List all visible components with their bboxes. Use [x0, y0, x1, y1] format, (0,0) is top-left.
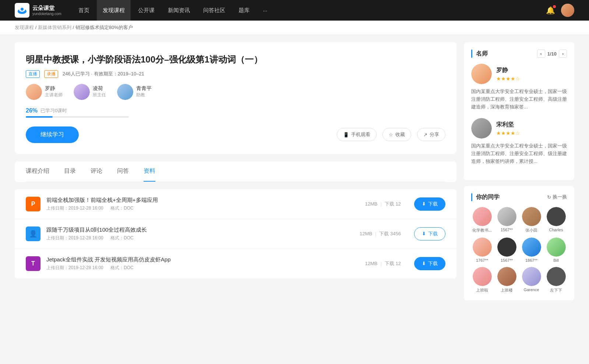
- classmate-11[interactable]: 左下下: [545, 267, 567, 293]
- inst-avatar-3: [117, 84, 133, 100]
- page-indicator: 1/10: [547, 51, 557, 57]
- download-icon-2: ⬇: [422, 231, 426, 236]
- inst-avatar-2: [74, 84, 90, 100]
- classmate-name-5: 1567**: [501, 258, 513, 263]
- tab-qa[interactable]: 问答: [117, 161, 129, 182]
- classmate-0[interactable]: 化学教书...: [471, 207, 493, 233]
- classmate-avatar-9: [497, 267, 516, 286]
- logo-icon: [15, 3, 29, 18]
- classmate-name-3: Charles: [549, 228, 563, 232]
- resource-list: P 前端全栈加强版！前端全栈+全周期+多端应用 上传日期：2019-12-28 …: [15, 189, 456, 278]
- classmate-avatar-1: [497, 207, 516, 226]
- classmate-avatar-0: [473, 207, 492, 226]
- favorite-button[interactable]: ☆ 收藏: [382, 128, 411, 141]
- classmate-8[interactable]: 上班啦: [471, 267, 493, 293]
- res-stats-1: 12MB | 下载 12: [365, 201, 401, 207]
- teachers-section-title: 名师 ‹ 1/10 ›: [471, 50, 567, 58]
- course-header-card: 明星中教授课，小学阶段语法100分–强化级第1讲动词（一） 直播 录播 246人…: [15, 42, 456, 154]
- teacher-avatar-1: [471, 64, 492, 84]
- download-btn-2[interactable]: ⬇ 下载: [414, 227, 445, 240]
- res-name-2: 跟随千万级项目从0到100全过程高效成长: [46, 226, 354, 233]
- classmate-avatar-3: [547, 207, 566, 226]
- inst-name-3: 青青平: [136, 85, 152, 92]
- instructor-1: 罗静 主讲老师: [26, 84, 63, 100]
- res-meta-3: 上传日期：2019-12-28 16:00 格式：DOC: [46, 265, 359, 271]
- res-stats-2: 12MB | 下载 3456: [360, 231, 401, 237]
- breadcrumb-current: 销冠修炼术搞定80%的客户: [75, 25, 133, 30]
- classmate-4[interactable]: 1767**: [471, 238, 493, 263]
- classmate-avatar-5: [497, 238, 516, 257]
- classmate-5[interactable]: 1567**: [496, 238, 518, 263]
- classmate-name-8: 上班啦: [476, 288, 488, 293]
- classmate-2[interactable]: 张小田: [521, 207, 542, 233]
- res-info-1: 前端全栈加强版！前端全栈+全周期+多端应用 上传日期：2019-12-28 16…: [46, 197, 359, 211]
- classmates-section-title: 你的同学 ↻ 换一换: [471, 193, 567, 201]
- res-icon-2: 👤: [26, 226, 40, 241]
- inst-info-2: 凌荷 班主任: [93, 85, 106, 98]
- classmate-7[interactable]: Bill: [545, 238, 567, 263]
- course-meta-text: 246人已学习 · 有效期至：2019–10–21: [63, 71, 144, 77]
- download-btn-3[interactable]: ⬇ 下载: [414, 257, 445, 270]
- breadcrumb-series[interactable]: 新媒体营销系列: [38, 25, 71, 30]
- teacher-desc-2: 国内某重点大学安全工程专业硕士，国家一级注册消防工程师、注册安全工程师、级注册建…: [471, 142, 567, 165]
- share-button[interactable]: ↗ 分享: [417, 128, 445, 141]
- resource-item-1: P 前端全栈加强版！前端全栈+全周期+多端应用 上传日期：2019-12-28 …: [15, 189, 456, 219]
- teacher-item-1: 罗静 ★★★★☆ 国内某重点大学安全工程专业硕士，国家一级注册消防工程师、注册安…: [471, 64, 567, 111]
- classmate-9[interactable]: 上班楼: [496, 267, 518, 293]
- teacher-item-2: 宋利坚 ★★★★☆ 国内某重点大学安全工程专业硕士，国家一级注册消防工程师、注册…: [471, 118, 567, 165]
- teacher-stars-2: ★★★★☆: [496, 130, 520, 136]
- teacher-header-1: 罗静 ★★★★☆: [471, 64, 567, 84]
- progress-desc: 已学习0课时: [40, 107, 67, 114]
- res-info-2: 跟随千万级项目从0到100全过程高效成长 上传日期：2019-12-28 16:…: [46, 226, 354, 241]
- classmate-10[interactable]: Garence: [521, 267, 542, 293]
- breadcrumb-discover[interactable]: 发现课程: [15, 25, 34, 30]
- nav-qa[interactable]: 问答社区: [197, 0, 231, 21]
- mobile-view-button[interactable]: 📱 手机观看: [337, 128, 377, 141]
- classmate-avatar-2: [522, 207, 541, 226]
- classmate-avatar-7: [547, 238, 566, 257]
- notification-dot: [553, 5, 556, 8]
- progress-bar-bg: [26, 116, 129, 118]
- tag-live: 直播: [26, 70, 40, 78]
- classmate-name-0: 化学教书...: [472, 228, 492, 233]
- share-icon: ↗: [423, 132, 427, 138]
- download-btn-1[interactable]: ⬇ 下载: [414, 197, 445, 211]
- course-title: 明星中教授课，小学阶段语法100分–强化级第1讲动词（一）: [26, 53, 445, 66]
- inst-role-1: 主讲老师: [45, 92, 63, 98]
- res-info-3: Jetpack全组件实战 开发短视频应用高仿皮皮虾App 上传日期：2019-1…: [46, 256, 359, 271]
- continue-button[interactable]: 继续学习: [26, 126, 79, 143]
- nav-home[interactable]: 首页: [73, 0, 95, 21]
- classmate-avatar-10: [522, 267, 541, 286]
- tab-intro[interactable]: 课程介绍: [26, 161, 49, 182]
- inst-name-1: 罗静: [45, 85, 63, 92]
- course-actions: 继续学习 📱 手机观看 ☆ 收藏 ↗ 分享: [26, 126, 445, 143]
- classmate-1[interactable]: 1567**: [496, 207, 518, 233]
- svg-point-2: [21, 8, 24, 11]
- refresh-classmates-btn[interactable]: ↻ 换一换: [547, 194, 567, 200]
- nav-public[interactable]: 公开课: [132, 0, 161, 21]
- classmate-3[interactable]: Charles: [545, 207, 567, 233]
- nav-more[interactable]: ···: [257, 0, 274, 21]
- tab-catalog[interactable]: 目录: [64, 161, 76, 182]
- progress-pct: 26%: [26, 107, 38, 114]
- user-avatar-nav[interactable]: [561, 4, 574, 17]
- nav-news[interactable]: 新闻资讯: [162, 0, 196, 21]
- download-icon-3: ⬇: [422, 261, 426, 266]
- teacher-pagination: ‹ 1/10 ›: [537, 50, 567, 58]
- next-page-btn[interactable]: ›: [559, 50, 567, 58]
- classmate-name-2: 张小田: [525, 228, 537, 233]
- tab-materials[interactable]: 资料: [144, 161, 155, 182]
- inst-info-1: 罗静 主讲老师: [45, 85, 63, 98]
- classmates-card: 你的同学 ↻ 换一换 化学教书... 1567**: [464, 186, 574, 300]
- teacher-stars-1: ★★★★☆: [496, 76, 520, 82]
- prev-page-btn[interactable]: ‹: [537, 50, 545, 58]
- nav-quiz[interactable]: 题库: [233, 0, 255, 21]
- res-name-3: Jetpack全组件实战 开发短视频应用高仿皮皮虾App: [46, 256, 359, 263]
- tab-reviews[interactable]: 评论: [91, 161, 102, 182]
- instructor-2: 凌荷 班主任: [74, 84, 106, 100]
- nav-discover[interactable]: 发现课程: [97, 0, 131, 21]
- classmate-avatar-11: [547, 267, 566, 286]
- logo[interactable]: 云朵课堂 yundoketang.com: [15, 3, 61, 18]
- classmate-6[interactable]: 1867**: [521, 238, 542, 263]
- notification-bell[interactable]: 🔔: [546, 6, 555, 15]
